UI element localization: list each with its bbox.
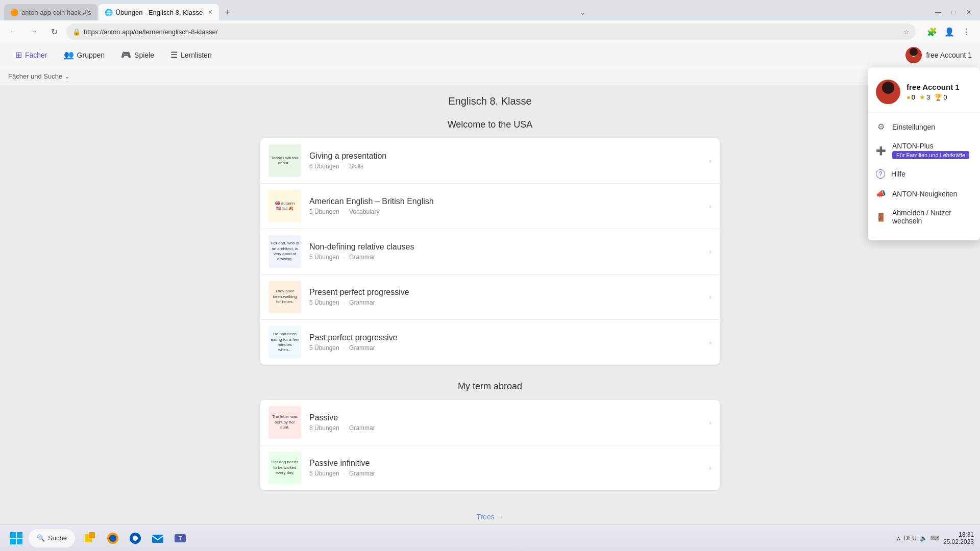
anton-plus-badge: Für Familien und Lehrkräfte — [892, 151, 969, 159]
lernlisten-icon: ☰ — [170, 50, 178, 60]
address-bar-row: ← → ↻ 🔒 https://anton.app/de/lernen/engl… — [0, 20, 980, 43]
exercise-list-2: The letter was sent by her aunt. Passive… — [260, 400, 720, 490]
section-1-title: Welcome to the USA — [10, 119, 970, 130]
svg-point-13 — [109, 535, 116, 542]
minimize-button[interactable]: — — [931, 5, 945, 19]
exercise-item-4[interactable]: They have been walking for hours. Presen… — [260, 274, 720, 320]
extensions-icon[interactable]: 🧩 — [924, 23, 940, 40]
chevron-icon-5: › — [709, 338, 712, 346]
chevron-icon-1: › — [709, 157, 712, 165]
exercise-item-3[interactable]: Her dad, who is an architect, is very go… — [260, 229, 720, 274]
tab-2-label: Übungen - Englisch 8. Klasse — [116, 9, 203, 16]
taskbar-firefox-icon[interactable] — [104, 529, 122, 547]
exercise-info-1: Giving a presentation 6 Übungen · Skills — [309, 152, 701, 170]
account-name: free Account 1 — [926, 51, 972, 59]
exercise-list-1: Today I will talk about... Giving a pres… — [260, 138, 720, 365]
exercise-thumb-2: 🇬🇧 autumn🇺🇸 fall 🍂 — [268, 190, 301, 222]
tab-1-label: anton app coin hack #js — [21, 9, 91, 16]
dropdown-neuigkeiten[interactable]: 📣 ANTON-Neuigkeiten — [868, 184, 980, 204]
account-dropdown: free Account 1 ● 0 ★ 3 🏆 0 ⚙ Einstellung… — [868, 67, 980, 240]
exercise-title-2: American English – British English — [309, 197, 701, 206]
svg-rect-1 — [909, 58, 919, 63]
account-area[interactable]: free Account 1 — [905, 47, 972, 63]
nav-lernlisten[interactable]: ☰ Lernlisten — [163, 46, 219, 64]
nav-gruppen[interactable]: 👥 Gruppen — [57, 46, 112, 64]
account-avatar — [905, 47, 922, 63]
trees-link[interactable]: Trees → — [10, 507, 970, 524]
close-button[interactable]: ✕ — [962, 5, 976, 19]
exercise-info-3: Non-defining relative clauses 5 Übungen … — [309, 242, 701, 261]
search-icon: 🔍 — [37, 534, 45, 542]
profile-icon[interactable]: 👤 — [941, 23, 958, 40]
exercise-meta-6: 8 Übungen · Grammar — [309, 424, 701, 432]
stat-trophies: 🏆 0 — [934, 93, 947, 101]
tab-2[interactable]: 🌐 Übungen - Englisch 8. Klasse ✕ — [99, 4, 219, 20]
nav-spiele[interactable]: 🎮 Spiele — [114, 46, 161, 64]
nav-faecher[interactable]: ⊞ Fächer — [8, 46, 55, 64]
taskbar-search[interactable]: 🔍 Suche — [29, 529, 75, 547]
exercise-meta-1: 6 Übungen · Skills — [309, 163, 701, 170]
exercise-item-7[interactable]: Her dog needs to be walked every day. Pa… — [260, 445, 720, 490]
tab-1[interactable]: 🟠 anton app coin hack #js — [4, 4, 97, 20]
exercise-item-5[interactable]: He had been eating for a few minutes whe… — [260, 320, 720, 365]
exercise-thumb-6: The letter was sent by her aunt. — [268, 406, 301, 439]
taskbar-lang: DEU — [904, 535, 917, 542]
back-button[interactable]: ← — [5, 23, 21, 40]
forward-button[interactable]: → — [26, 23, 42, 40]
dropdown-einstellungen[interactable]: ⚙ Einstellungen — [868, 117, 980, 137]
exercise-item-6[interactable]: The letter was sent by her aunt. Passive… — [260, 400, 720, 445]
taskbar-icons: T — [81, 529, 189, 547]
dropdown-stats: ● 0 ★ 3 🏆 0 — [906, 93, 960, 101]
taskbar-date-display: 25.02.2023 — [943, 538, 974, 545]
breadcrumb[interactable]: Fächer und Suche ⌄ — [8, 72, 70, 80]
window-controls: — □ ✕ — [931, 5, 976, 19]
svg-rect-8 — [10, 539, 16, 544]
svg-point-15 — [133, 536, 138, 541]
maximize-button[interactable]: □ — [946, 5, 961, 19]
toolbar-icons: 🧩 👤 ⋮ — [924, 23, 975, 40]
reload-button[interactable]: ↻ — [46, 23, 62, 40]
exercise-item-2[interactable]: 🇬🇧 autumn🇺🇸 fall 🍂 American English – Br… — [260, 184, 720, 229]
section-2-title: My term abroad — [10, 381, 970, 392]
exercise-title-7: Passive infinitive — [309, 459, 701, 468]
address-icons: ☆ — [903, 28, 910, 36]
exercise-meta-5: 5 Übungen · Grammar — [309, 344, 701, 352]
taskbar-teams-icon[interactable]: T — [171, 529, 189, 547]
gruppen-icon: 👥 — [64, 50, 74, 60]
taskbar-search-label: Suche — [48, 534, 67, 542]
dropdown-user-info: free Account 1 ● 0 ★ 3 🏆 0 — [906, 83, 960, 101]
svg-rect-9 — [17, 539, 22, 544]
exercise-item-1[interactable]: Today I will talk about... Giving a pres… — [260, 138, 720, 184]
chevron-icon-3: › — [709, 247, 712, 256]
tab-2-close[interactable]: ✕ — [208, 9, 213, 16]
exercise-title-1: Giving a presentation — [309, 152, 701, 161]
nav-spiele-label: Spiele — [134, 51, 154, 59]
app-nav: ⊞ Fächer 👥 Gruppen 🎮 Spiele ☰ Lernlisten… — [0, 43, 980, 67]
address-box[interactable]: 🔒 https://anton.app/de/lernen/englisch-8… — [66, 23, 916, 40]
dropdown-anton-plus[interactable]: ➕ ANTON-Plus Für Familien und Lehrkräfte — [868, 137, 980, 164]
start-button[interactable] — [6, 528, 27, 548]
address-text: https://anton.app/de/lernen/englisch-8-k… — [84, 28, 900, 36]
taskbar-browser-icon[interactable] — [126, 529, 144, 547]
tab-add-button[interactable]: + — [220, 5, 234, 19]
nav-lernlisten-label: Lernlisten — [181, 51, 212, 59]
svg-rect-16 — [152, 535, 163, 543]
dropdown-hilfe[interactable]: ? Hilfe — [868, 164, 980, 184]
help-icon: ? — [876, 169, 885, 179]
dropdown-abmelden[interactable]: 🚪 Abmelden / Nutzer wechseln — [868, 204, 980, 230]
exercise-title-5: Past perfect progressive — [309, 333, 701, 342]
exercise-title-4: Present perfect progressive — [309, 288, 701, 297]
svg-point-2 — [910, 48, 918, 56]
dropdown-avatar — [876, 80, 900, 104]
tab-overflow-button[interactable]: ⌄ — [578, 6, 588, 18]
svg-point-5 — [882, 82, 894, 94]
taskbar-time-display: 18:31 — [943, 531, 974, 538]
taskbar-files-icon[interactable] — [81, 529, 100, 547]
nav-faecher-label: Fächer — [25, 51, 47, 59]
taskbar-mail-icon[interactable] — [149, 529, 167, 547]
settings-icon: ⚙ — [876, 122, 886, 132]
plus-icon: ➕ — [876, 146, 886, 156]
chevron-icon-7: › — [709, 464, 712, 472]
svg-text:T: T — [179, 536, 182, 541]
more-icon[interactable]: ⋮ — [959, 23, 975, 40]
